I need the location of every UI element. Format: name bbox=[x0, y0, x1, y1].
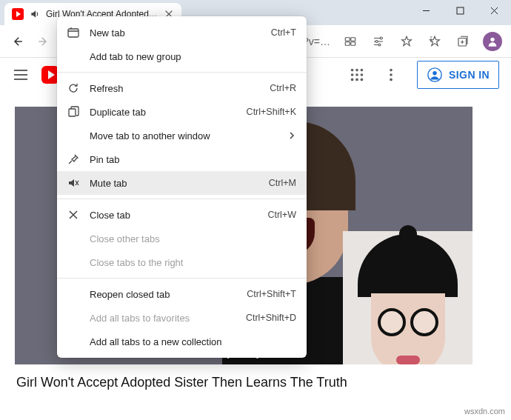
menu-close-tab[interactable]: Close tab Ctrl+W bbox=[57, 203, 307, 227]
menu-add-favorites: Add all tabs to favorites Ctrl+Shift+D bbox=[57, 306, 307, 330]
svg-point-13 bbox=[351, 73, 354, 76]
svg-point-14 bbox=[355, 73, 358, 76]
pin-icon bbox=[67, 153, 79, 165]
menu-mute[interactable]: Mute tab Ctrl+M bbox=[57, 171, 307, 195]
svg-point-10 bbox=[351, 69, 354, 72]
apps-grid-icon[interactable] bbox=[349, 67, 365, 83]
window-controls bbox=[409, 0, 511, 25]
svg-rect-3 bbox=[345, 41, 350, 45]
svg-point-6 bbox=[375, 40, 378, 42]
refresh-icon bbox=[67, 82, 79, 94]
svg-point-7 bbox=[378, 44, 381, 46]
svg-point-18 bbox=[361, 79, 364, 81]
browser-window: Girl Won't Accept Adopted… ?v=… bbox=[0, 0, 511, 420]
svg-point-9 bbox=[490, 37, 494, 41]
svg-point-19 bbox=[390, 69, 393, 72]
duplicate-icon bbox=[67, 106, 79, 118]
tab-context-menu: New tab Ctrl+T Add tab to new group Refr… bbox=[57, 16, 307, 358]
svg-point-11 bbox=[355, 69, 358, 72]
forward-button[interactable] bbox=[31, 29, 56, 54]
minimize-button[interactable] bbox=[409, 0, 443, 21]
more-vert-icon[interactable] bbox=[383, 67, 399, 83]
svg-point-16 bbox=[351, 79, 354, 81]
menu-separator bbox=[57, 278, 307, 279]
menu-duplicate[interactable]: Duplicate tab Ctrl+Shift+K bbox=[57, 100, 307, 124]
menu-new-group[interactable]: Add tab to new group bbox=[57, 44, 307, 68]
svg-rect-0 bbox=[457, 7, 464, 14]
svg-point-12 bbox=[361, 69, 364, 72]
menu-close-other: Close other tabs bbox=[57, 227, 307, 250]
user-circle-icon bbox=[427, 67, 443, 83]
youtube-favicon bbox=[12, 8, 24, 20]
svg-point-21 bbox=[390, 79, 393, 81]
favorites-list-button[interactable] bbox=[422, 29, 447, 54]
menu-new-tab[interactable]: New tab Ctrl+T bbox=[57, 21, 307, 44]
menu-separator bbox=[57, 199, 307, 199]
new-tab-icon bbox=[67, 27, 79, 39]
video-title: Girl Won't Accept Adopted Sister Then Le… bbox=[15, 364, 496, 390]
menu-pin[interactable]: Pin tab bbox=[57, 147, 307, 171]
menu-refresh[interactable]: Refresh Ctrl+R bbox=[57, 76, 307, 100]
tracking-button[interactable] bbox=[366, 29, 391, 54]
address-bar-fragment[interactable]: ?v=… bbox=[303, 36, 333, 47]
svg-point-20 bbox=[390, 73, 393, 76]
menu-separator bbox=[57, 72, 307, 73]
svg-point-23 bbox=[432, 71, 437, 76]
sign-in-label: SIGN IN bbox=[449, 69, 490, 81]
menu-add-collection[interactable]: Add all tabs to a new collection bbox=[57, 330, 307, 353]
close-icon bbox=[67, 209, 79, 221]
svg-rect-24 bbox=[68, 29, 79, 37]
menu-move-window[interactable]: Move tab to another window bbox=[57, 124, 307, 147]
video-inset bbox=[343, 231, 472, 364]
hamburger-icon[interactable] bbox=[12, 66, 30, 84]
svg-point-15 bbox=[361, 73, 364, 76]
svg-point-17 bbox=[355, 79, 358, 81]
maximize-button[interactable] bbox=[443, 0, 477, 21]
window-close-button[interactable] bbox=[477, 0, 511, 21]
svg-rect-4 bbox=[351, 41, 355, 45]
sign-in-button[interactable]: SIGN IN bbox=[417, 61, 499, 89]
svg-rect-1 bbox=[345, 37, 350, 41]
favorites-button[interactable] bbox=[394, 29, 419, 54]
svg-rect-2 bbox=[351, 37, 355, 41]
collections-button[interactable] bbox=[450, 29, 475, 54]
audio-icon[interactable] bbox=[30, 9, 40, 19]
watermark: wsxdn.com bbox=[464, 407, 505, 416]
extensions-button[interactable] bbox=[338, 29, 363, 54]
mute-icon bbox=[67, 177, 79, 189]
profile-avatar[interactable] bbox=[483, 32, 502, 51]
back-button[interactable] bbox=[4, 29, 30, 54]
chevron-right-icon bbox=[287, 131, 296, 140]
svg-point-5 bbox=[380, 37, 382, 39]
menu-reopen[interactable]: Reopen closed tab Ctrl+Shift+T bbox=[57, 282, 307, 306]
svg-rect-25 bbox=[69, 109, 76, 116]
menu-close-right: Close tabs to the right bbox=[57, 250, 307, 274]
